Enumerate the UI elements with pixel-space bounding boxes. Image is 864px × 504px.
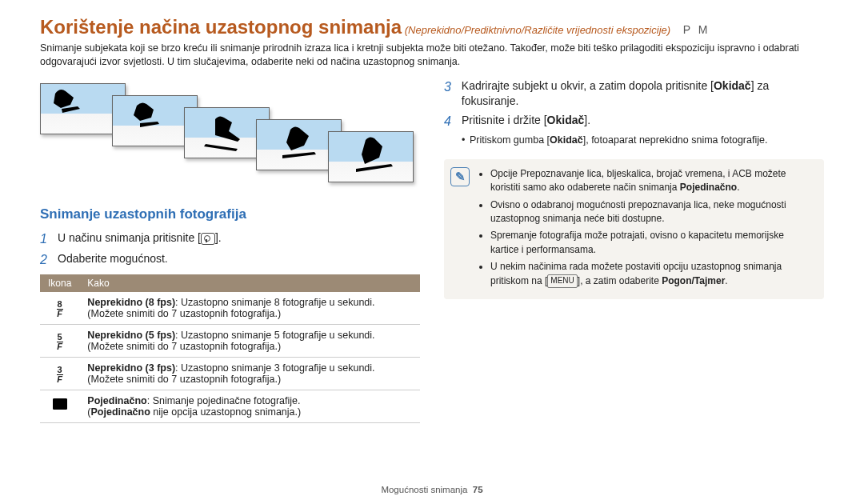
step-3-text: Kadrirajte subjekt u okvir, a zatim dopo… <box>462 78 824 110</box>
burst-thumbnails <box>40 83 420 195</box>
table-row: 5F Neprekidno (5 fps): Uzastopno snimanj… <box>40 324 420 357</box>
step-4: 4 Pritisnite i držite [Okidač]. <box>444 113 824 130</box>
menu-button-icon: MENU <box>547 274 577 288</box>
step-4-substep: Pritiskom gumba [Okidač], fotoaparat nep… <box>470 134 824 148</box>
note-item: Opcije Prepoznavanje lica, bljeskalica, … <box>490 167 814 195</box>
row-icon: 8F <box>40 292 79 325</box>
page-title: Korištenje načina uzastopnog snimanja (N… <box>40 16 824 38</box>
step-4-text: Pritisnite i držite [Okidač]. <box>462 113 590 130</box>
drive-mode-icon <box>201 233 215 245</box>
note-box: ✎ Opcije Prepoznavanje lica, bljeskalica… <box>444 159 824 299</box>
note-item: Spremanje fotografija može potrajati, ov… <box>490 229 814 257</box>
table-row: 8F Neprekidno (8 fps): Uzastopno snimanj… <box>40 292 420 325</box>
step-number: 1 <box>40 230 51 248</box>
left-column: Snimanje uzastopnih fotografija 1 U nači… <box>40 78 420 423</box>
row-desc: Neprekidno (3 fps): Uzastopno snimanje 3… <box>79 357 420 390</box>
right-column: 3 Kadrirajte subjekt u okvir, a zatim do… <box>444 78 824 423</box>
th-icon: Ikona <box>40 274 79 292</box>
mode-indicator: P M <box>683 23 710 36</box>
step-number: 2 <box>40 251 51 269</box>
row-desc: Neprekidno (8 fps): Uzastopno snimanje 8… <box>79 292 420 325</box>
title-main: Korištenje načina uzastopnog snimanja <box>40 16 402 38</box>
row-desc: Pojedinačno: Snimanje pojedinačne fotogr… <box>79 390 420 422</box>
step-number: 3 <box>444 78 455 110</box>
row-icon: 3F <box>40 357 79 390</box>
intro-paragraph: Snimanje subjekata koji se brzo kreću il… <box>40 42 824 69</box>
step-2: 2 Odaberite mogućnost. <box>40 251 420 269</box>
row-icon: 5F <box>40 324 79 357</box>
table-row: Pojedinačno: Snimanje pojedinačne fotogr… <box>40 390 420 422</box>
step-1: 1 U načinu snimanja pritisnite []. <box>40 230 420 248</box>
step-1-text: U načinu snimanja pritisnite []. <box>58 230 222 248</box>
note-item: Ovisno o odabranoj mogućnosti prepoznava… <box>490 198 814 226</box>
page-footer: Mogućnosti snimanja 75 <box>0 485 864 494</box>
title-subtitle: (Neprekidno/Prediktnivno/Različite vrije… <box>405 24 670 36</box>
section-heading: Snimanje uzastopnih fotografija <box>40 206 420 222</box>
step-number: 4 <box>444 113 455 130</box>
table-row: 3F Neprekidno (3 fps): Uzastopno snimanj… <box>40 357 420 390</box>
note-list: Opcije Prepoznavanje lica, bljeskalica, … <box>478 167 814 291</box>
row-desc: Neprekidno (5 fps): Uzastopno snimanje 5… <box>79 324 420 357</box>
note-item: U nekim načinima rada možete postaviti o… <box>490 260 814 288</box>
info-icon: ✎ <box>450 167 470 186</box>
row-icon <box>40 390 79 422</box>
options-table: Ikona Kako 8F Neprekidno (8 fps): Uzasto… <box>40 274 420 423</box>
th-how: Kako <box>79 274 420 292</box>
step-3: 3 Kadrirajte subjekt u okvir, a zatim do… <box>444 78 824 110</box>
step-2-text: Odaberite mogućnost. <box>58 251 168 269</box>
